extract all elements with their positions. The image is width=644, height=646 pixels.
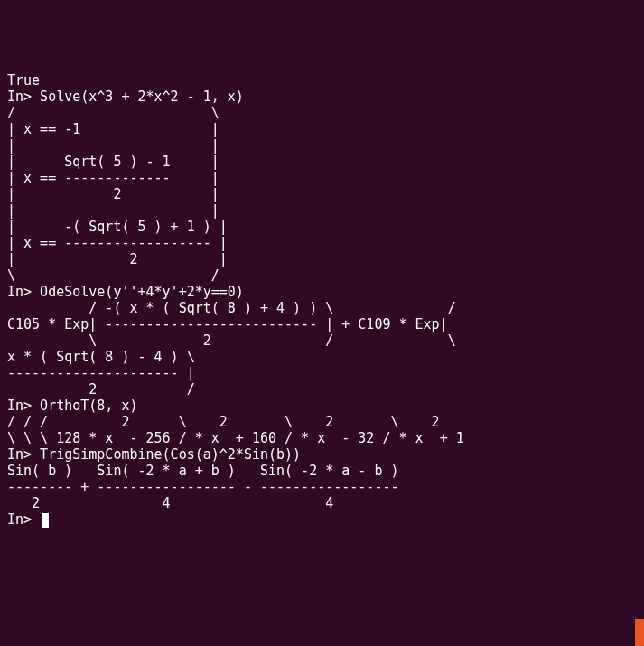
output-line: | x == ------------- |	[7, 170, 637, 186]
output-line: \ /	[7, 267, 637, 284]
output-line: | |	[7, 137, 637, 154]
output-line: | 2 |	[7, 186, 637, 202]
output-line: -------- + ----------------- - ---------…	[7, 479, 637, 495]
current-prompt-line[interactable]: In>	[7, 511, 637, 528]
output-line: \ \ \ 128 * x - 256 / * x + 160 / * x - …	[7, 430, 637, 446]
cursor-icon	[42, 513, 49, 528]
output-line: / -( x * ( Sqrt( 8 ) + 4 ) ) \ /	[7, 300, 637, 316]
output-line: | 2 |	[7, 251, 637, 267]
output-line: / / / 2 \ 2 \ 2 \ 2	[7, 414, 637, 430]
output-line: Sin( b ) Sin( -2 * a + b ) Sin( -2 * a -…	[7, 463, 637, 479]
scrollbar-handle[interactable]	[635, 619, 644, 646]
prompt-line: In> Solve(x^3 + 2*x^2 - 1, x)	[7, 89, 637, 105]
output-line: | |	[7, 202, 637, 219]
output-line: | x == ------------------ |	[7, 235, 637, 251]
prompt-text: In>	[7, 511, 40, 528]
output-line: x * ( Sqrt( 8 ) - 4 ) \	[7, 349, 637, 365]
prompt-line: In> TrigSimpCombine(Cos(a)^2*Sin(b))	[7, 446, 637, 463]
output-line: 2 4 4	[7, 495, 637, 511]
output-line: / \	[7, 105, 637, 121]
output-line: | x == -1 |	[7, 121, 637, 137]
output-line: True	[7, 72, 637, 89]
prompt-line: In> OdeSolve(y''+4*y'+2*y==0)	[7, 284, 637, 300]
output-line: \ 2 / \	[7, 332, 637, 349]
output-line: 2 /	[7, 381, 637, 398]
terminal-output[interactable]: TrueIn> Solve(x^3 + 2*x^2 - 1, x)/ \| x …	[7, 72, 637, 528]
output-line: | -( Sqrt( 5 ) + 1 ) |	[7, 219, 637, 235]
prompt-line: In> OrthoT(8, x)	[7, 398, 637, 414]
output-line: | Sqrt( 5 ) - 1 |	[7, 154, 637, 170]
output-line: --------------------- |	[7, 365, 637, 381]
output-line: C105 * Exp| -------------------------- |…	[7, 316, 637, 332]
